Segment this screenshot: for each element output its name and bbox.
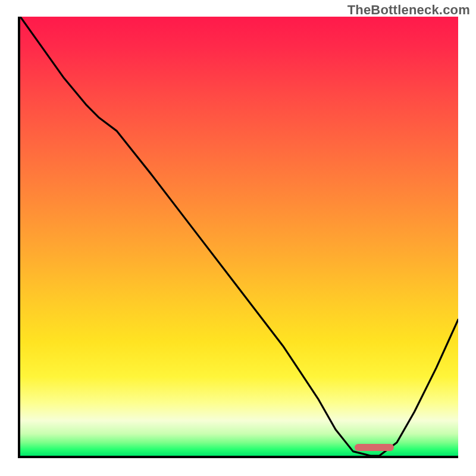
bottleneck-curve <box>20 17 458 456</box>
plot-area <box>18 17 458 458</box>
watermark-text: TheBottleneck.com <box>347 2 470 18</box>
curve-svg <box>20 17 458 456</box>
chart-frame: TheBottleneck.com <box>0 0 476 476</box>
minimum-marker <box>355 444 394 451</box>
